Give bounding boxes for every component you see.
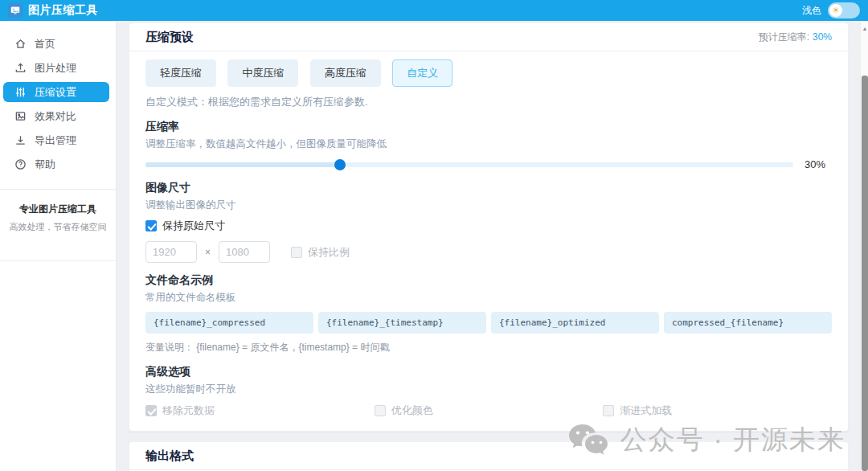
remove-metadata-checkbox <box>145 405 157 416</box>
vertical-scrollbar[interactable]: ▲ <box>860 21 868 471</box>
slider-value-label: 30% <box>805 158 832 170</box>
section-description: 调整压缩率，数值越高文件越小，但图像质量可能降低 <box>145 137 832 151</box>
download-icon <box>14 134 27 146</box>
sidebar-item-export-management[interactable]: 导出管理 <box>3 130 109 150</box>
output-format-card: 输出格式 保持原始格式 JPEG PNG WebP GIF 格式简介: <box>129 441 849 471</box>
upload-icon <box>14 62 27 74</box>
sidebar-footer-title: 专业图片压缩工具 <box>6 203 109 216</box>
optimize-colors-label: 优化颜色 <box>391 403 433 418</box>
optimize-colors-checkbox <box>375 405 386 416</box>
scroll-up-arrow-icon[interactable]: ▲ <box>861 26 868 31</box>
keep-original-size-label: 保持原始尺寸 <box>162 219 225 233</box>
variable-note: 变量说明： {filename} = 原文件名，{timestamp} = 时间… <box>145 341 832 354</box>
section-title: 图像尺寸 <box>145 181 832 195</box>
section-title: 压缩率 <box>145 120 832 134</box>
sidebar-item-help[interactable]: 帮助 <box>3 154 109 174</box>
filename-example-section: 文件命名示例 常用的文件命名模板 {filename}_compressed {… <box>145 273 832 354</box>
card-title: 压缩预设 <box>145 30 194 45</box>
slider-fill <box>145 162 340 167</box>
sidebar-item-label: 导出管理 <box>35 133 76 148</box>
sidebar-item-compression-settings[interactable]: 压缩设置 <box>3 82 109 102</box>
theme-toggle[interactable]: ☀ <box>828 2 860 18</box>
compare-image-icon <box>14 110 27 122</box>
compression-presets-card: 压缩预设 预计压缩率:30% 轻度压缩 中度压缩 高度压缩 自定义 自定义模式：… <box>129 23 849 432</box>
slider-thumb[interactable] <box>334 159 346 170</box>
estimate-label: 预计压缩率: <box>759 31 809 43</box>
preset-light-button[interactable]: 轻度压缩 <box>145 59 216 87</box>
preset-custom-button[interactable]: 自定义 <box>392 59 452 87</box>
section-description: 这些功能暂时不开放 <box>145 383 832 396</box>
sidebar-item-home[interactable]: 首页 <box>3 34 109 54</box>
home-icon <box>14 38 27 50</box>
card-title: 输出格式 <box>145 448 194 464</box>
estimated-compression-rate: 预计压缩率:30% <box>759 31 832 44</box>
sun-icon: ☀ <box>829 4 842 17</box>
section-description: 调整输出图像的尺寸 <box>145 199 832 212</box>
keep-ratio-checkbox <box>291 247 302 258</box>
theme-mode-label: 浅色 <box>802 4 821 18</box>
preset-buttons-row: 轻度压缩 中度压缩 高度压缩 自定义 <box>145 59 832 87</box>
sidebar: 首页 图片处理 压缩设置 效果对比 导出管理 帮助 专业图片压缩工具 高效处理，… <box>0 21 117 471</box>
estimate-value: 30% <box>813 31 832 43</box>
image-size-section: 图像尺寸 调整输出图像的尺寸 保持原始尺寸 × 保持比例 <box>145 181 832 263</box>
sidebar-item-label: 效果对比 <box>35 109 76 124</box>
custom-mode-description: 自定义模式：根据您的需求自定义所有压缩参数. <box>145 95 832 109</box>
filename-template-chip[interactable]: compressed_{filename} <box>664 312 832 334</box>
sidebar-item-label: 压缩设置 <box>35 85 76 100</box>
advanced-options-section: 高级选项 这些功能暂时不开放 移除元数据 优化颜色 渐进式加载 <box>145 365 832 418</box>
sidebar-item-image-processing[interactable]: 图片处理 <box>3 58 109 78</box>
remove-metadata-label: 移除元数据 <box>162 403 215 418</box>
sliders-icon <box>14 86 27 98</box>
section-title: 文件命名示例 <box>145 273 832 288</box>
main-content: 压缩预设 预计压缩率:30% 轻度压缩 中度压缩 高度压缩 自定义 自定义模式：… <box>117 21 860 471</box>
sidebar-item-label: 帮助 <box>35 158 55 172</box>
sidebar-footer: 专业图片压缩工具 高效处理，节省存储空间 <box>0 190 116 246</box>
scrollbar-thumb[interactable] <box>862 76 868 471</box>
compression-rate-slider[interactable] <box>145 159 793 170</box>
section-description: 常用的文件命名模板 <box>145 291 832 305</box>
preset-medium-button[interactable]: 中度压缩 <box>227 59 298 87</box>
keep-ratio-label: 保持比例 <box>308 245 350 260</box>
app-title: 图片压缩工具 <box>28 3 98 18</box>
compression-rate-section: 压缩率 调整压缩率，数值越高文件越小，但图像质量可能降低 30% <box>145 120 832 170</box>
help-icon <box>14 158 27 170</box>
sidebar-footer-subtitle: 高效处理，节省存储空间 <box>6 221 109 233</box>
app-header: 图片压缩工具 浅色 ☀ <box>0 0 868 21</box>
width-input <box>145 241 197 263</box>
filename-template-chip[interactable]: {filename}_{timestamp} <box>318 312 486 334</box>
section-title: 高级选项 <box>145 365 832 379</box>
filename-template-chip[interactable]: {filename}_optimized <box>491 312 659 334</box>
times-symbol: × <box>205 247 211 258</box>
sidebar-item-effect-comparison[interactable]: 效果对比 <box>3 106 109 126</box>
progressive-loading-checkbox <box>603 405 614 416</box>
keep-original-size-checkbox[interactable] <box>145 220 157 231</box>
height-input <box>219 241 270 263</box>
sidebar-divider <box>0 260 116 261</box>
sidebar-item-label: 图片处理 <box>35 61 76 76</box>
sidebar-item-label: 首页 <box>35 37 55 51</box>
preset-high-button[interactable]: 高度压缩 <box>310 59 381 87</box>
progressive-loading-label: 渐进式加载 <box>620 403 672 418</box>
app-logo-icon <box>8 3 23 18</box>
filename-template-chip[interactable]: {filename}_compressed <box>145 312 313 334</box>
